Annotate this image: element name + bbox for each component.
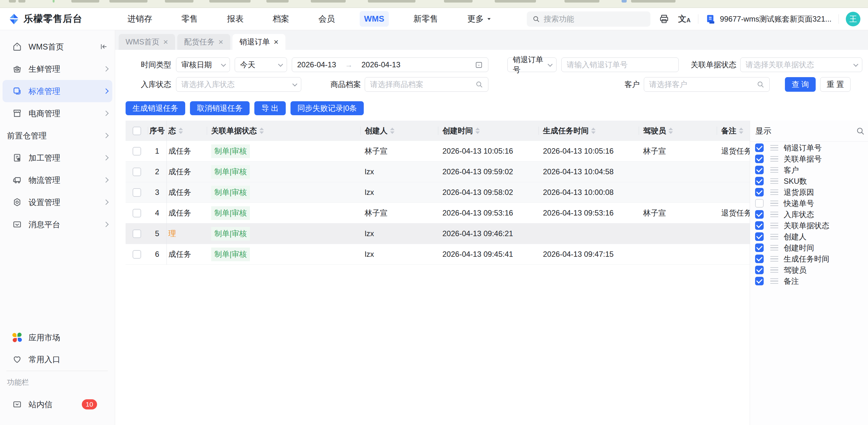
brand[interactable]: 乐檬零售后台 [8, 12, 83, 25]
column-checkbox[interactable] [755, 210, 764, 219]
table-row[interactable]: 2 成任务 制单|审核 lzx 2026-04-13 09:59:02 2026… [126, 162, 750, 182]
date-from-value[interactable]: 2026-04-13 [297, 60, 336, 69]
row-checkbox[interactable] [132, 147, 141, 155]
sidebar-item-ecommerce[interactable]: 电商管理 [0, 102, 115, 124]
column-checkbox[interactable] [755, 244, 764, 252]
column-toggle-row[interactable]: 关联单据号 [750, 153, 868, 164]
sort-icon[interactable] [739, 128, 743, 134]
col-driver[interactable]: 驾驶员 [639, 121, 717, 141]
col-creator[interactable]: 创建人 [360, 121, 438, 141]
column-checkbox[interactable] [755, 143, 764, 152]
col-doc-status[interactable]: 关联单据状态 [207, 121, 360, 141]
column-checkbox[interactable] [755, 177, 764, 186]
reset-button[interactable]: 重 置 [820, 77, 850, 92]
sidebar-item-download[interactable]: 产品下载 [0, 418, 115, 425]
column-checkbox[interactable] [755, 232, 764, 241]
product-input[interactable] [370, 80, 475, 89]
date-to-value[interactable]: 2026-04-13 [362, 60, 401, 69]
search-icon[interactable] [856, 126, 865, 136]
sidebar-item-favorites[interactable]: 常用入口 [0, 348, 115, 370]
column-toggle-row[interactable]: 创建人 [750, 231, 868, 242]
nav-item-wms[interactable]: WMS [360, 11, 389, 27]
sort-icon[interactable] [475, 128, 480, 134]
nav-item-report[interactable]: 报表 [223, 10, 248, 27]
query-button[interactable]: 查 询 [785, 77, 816, 92]
global-search-input[interactable] [544, 15, 645, 24]
column-toggle-row[interactable]: 驾驶员 [750, 264, 868, 276]
col-task-time[interactable]: 生成任务时间 [538, 121, 639, 141]
tab-sales-return-order[interactable]: 销退订单 × [232, 34, 285, 50]
column-checkbox[interactable] [755, 277, 764, 285]
order-no-field-select[interactable]: 销退订单号 [507, 57, 557, 72]
select-all-checkbox[interactable] [132, 126, 141, 135]
related-status-select[interactable]: 请选择关联单据状态 [740, 57, 862, 72]
col-status[interactable]: 态 [166, 121, 207, 141]
row-checkbox[interactable] [132, 168, 141, 176]
drag-handle-icon[interactable] [770, 256, 778, 261]
drag-handle-icon[interactable] [770, 245, 778, 250]
drag-handle-icon[interactable] [770, 167, 778, 173]
sort-icon[interactable] [179, 128, 183, 134]
drag-handle-icon[interactable] [770, 145, 778, 150]
nav-item-archive[interactable]: 档案 [268, 10, 294, 27]
column-toggle-row[interactable]: 备注 [750, 276, 868, 287]
sidebar-item-fresh[interactable]: 生鲜管理 [0, 58, 115, 80]
drag-handle-icon[interactable] [770, 156, 778, 162]
drag-handle-icon[interactable] [770, 190, 778, 195]
cancel-return-task-button[interactable]: 取消销退任务 [190, 101, 250, 115]
print-button[interactable] [657, 12, 671, 26]
inbound-status-select[interactable]: 请选择入库状态 [176, 77, 301, 92]
column-checkbox[interactable] [755, 199, 764, 207]
nav-item-member[interactable]: 会员 [314, 10, 339, 27]
table-row[interactable]: 1 成任务 制单|审核 林子宣 2026-04-13 10:05:16 2026… [126, 141, 750, 162]
translate-button[interactable]: 文A [678, 12, 691, 26]
column-toggle-row[interactable]: 客户 [750, 164, 868, 175]
calendar-icon[interactable] [475, 61, 483, 69]
close-tab-icon[interactable]: × [163, 38, 168, 46]
sync-failed-records-button[interactable]: 同步失败记录|0条 [290, 101, 364, 115]
column-toggle-row[interactable]: SKU数 [750, 175, 868, 187]
column-checkbox[interactable] [755, 166, 764, 174]
drag-handle-icon[interactable] [770, 278, 778, 284]
col-created[interactable]: 创建时间 [438, 121, 538, 141]
export-button[interactable]: 导 出 [254, 101, 286, 115]
search-icon[interactable] [475, 80, 483, 89]
nav-item-newretail[interactable]: 新零售 [409, 10, 443, 27]
close-tab-icon[interactable]: × [274, 38, 278, 46]
quick-range-select[interactable]: 今天 [235, 57, 287, 72]
order-no-input[interactable] [567, 60, 673, 69]
avatar[interactable]: 王 [846, 12, 860, 26]
customer-input[interactable] [649, 80, 757, 89]
drag-handle-icon[interactable] [770, 223, 778, 228]
table-row[interactable]: 4 成任务 制单|审核 林子宣 2026-04-13 09:53:16 2026… [126, 203, 750, 223]
column-checkbox[interactable] [755, 154, 764, 163]
sidebar-item-processing[interactable]: 加工管理 [0, 147, 115, 169]
sidebar-item-inbox[interactable]: 站内信 10 [0, 393, 115, 416]
close-tab-icon[interactable]: × [218, 38, 223, 46]
column-toggle-row[interactable]: 销退订单号 [750, 142, 868, 153]
column-toggle-row[interactable]: 入库状态 [750, 209, 868, 220]
drag-handle-icon[interactable] [770, 267, 778, 273]
row-checkbox[interactable] [132, 229, 141, 238]
column-toggle-row[interactable]: 关联单据状态 [750, 220, 868, 231]
nav-item-more[interactable]: 更多 [463, 10, 496, 27]
sidebar-item-settings[interactable]: 设置管理 [0, 191, 115, 213]
search-icon[interactable] [757, 80, 764, 89]
drag-handle-icon[interactable] [770, 234, 778, 239]
col-remark[interactable]: 备注 [717, 121, 750, 141]
sidebar-item-app-market[interactable]: 应用市场 [0, 326, 115, 348]
table-row[interactable]: 6 成任务 制单|审核 lzx 2026-04-13 09:45:41 2026… [126, 244, 750, 265]
column-toggle-row[interactable]: 快递单号 [750, 198, 868, 209]
sort-icon[interactable] [591, 128, 596, 134]
sidebar-item-front-warehouse[interactable]: 前置仓管理 [0, 124, 115, 147]
time-type-select[interactable]: 审核日期 [176, 57, 230, 72]
column-checkbox[interactable] [755, 266, 764, 274]
sidebar-item-standard[interactable]: 标准管理 [3, 80, 112, 102]
drag-handle-icon[interactable] [770, 178, 778, 184]
account-switcher[interactable]: 99677-wms测试账套新页面321... [705, 13, 832, 24]
tab-wms-home[interactable]: WMS首页 × [119, 34, 175, 50]
table-row[interactable]: 3 成任务 制单|审核 lzx 2026-04-13 09:58:02 2026… [126, 182, 750, 203]
column-checkbox[interactable] [755, 221, 764, 230]
sort-icon[interactable] [669, 128, 673, 134]
sidebar-item-logistics[interactable]: 物流管理 [0, 169, 115, 191]
